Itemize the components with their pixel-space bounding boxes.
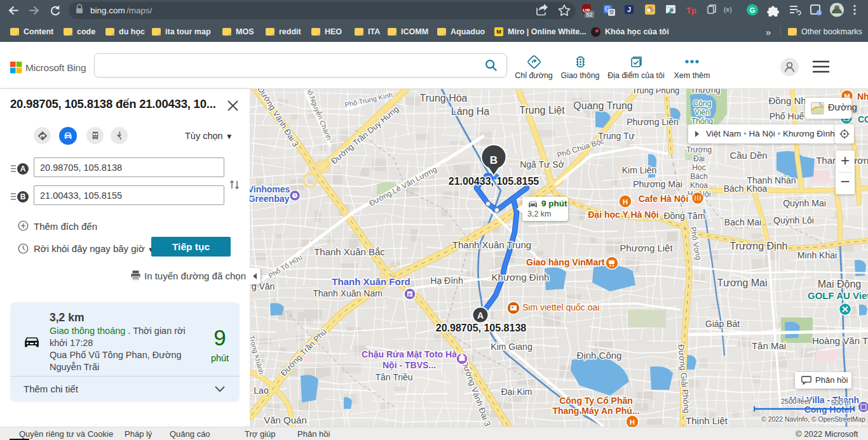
svg-text:Bách Khoa: Bách Khoa [724, 183, 768, 194]
svg-text:Lao: Lao [254, 385, 269, 396]
svg-text:Cafe Hà Nội: Cafe Hà Nội [639, 194, 689, 204]
svg-text:Trương Định: Trương Định [730, 241, 788, 251]
svg-text:Nha: Nha [857, 91, 868, 102]
svg-text:Ngã Tư Sở: Ngã Tư Sở [520, 159, 564, 170]
svg-text:CGV: CGV [858, 114, 868, 124]
svg-text:21.00433, 105.8155: 21.00433, 105.8155 [449, 176, 539, 187]
svg-text:Microsoft Bing: Microsoft Bing [25, 62, 86, 73]
svg-text:Đường Giải Phóng: Đường Giải Phóng [676, 344, 691, 414]
svg-text:Vinhomes: Vinhomes [250, 184, 290, 194]
svg-text:Quỳnh Mai: Quỳnh Mai [783, 198, 826, 208]
svg-text:(≡): (≡) [724, 6, 732, 13]
svg-text:Giao hàng VinMart+: Giao hàng VinMart+ [526, 257, 610, 267]
svg-text:Đại Kim: Đại Kim [501, 387, 532, 397]
svg-text:Đại học Y Hà Nội: Đại học Y Hà Nội [588, 210, 659, 220]
svg-text:Phương Liệt: Phương Liệt [620, 243, 673, 253]
svg-text:Công Ty Cổ Phần: Công Ty Cổ Phần [559, 396, 633, 406]
svg-text:Phương Mai: Phương Mai [633, 179, 682, 189]
svg-text:Greenbay: Greenbay [250, 194, 290, 204]
svg-text:Khoa: Khoa [690, 181, 708, 190]
svg-text:Nội - TBVS...: Nội - TBVS... [383, 360, 436, 370]
svg-text:Mai Động: Mai Động [818, 279, 861, 290]
svg-text:Láng Hạ: Láng Hạ [451, 106, 490, 117]
svg-text:Bạch Mai: Bạch Mai [724, 217, 761, 227]
svg-text:Định Công: Định Công [577, 350, 622, 361]
svg-text:Thanh Xuân Trung: Thanh Xuân Trung [452, 239, 531, 250]
svg-text:Chậu Rửa Mặt Toto Hà: Chậu Rửa Mặt Toto Hà [362, 349, 457, 359]
svg-text:Trung Liệt: Trung Liệt [519, 105, 565, 116]
svg-text:Phương Liên: Phương Liên [627, 117, 679, 127]
svg-text:Thanh Xuân Nam: Thanh Xuân Nam [313, 288, 383, 298]
svg-text:Khương Đình: Khương Đình [492, 272, 550, 283]
svg-text:Trung Phụng: Trung Phụng [632, 89, 680, 95]
svg-text:Tân Mai: Tân Mai [752, 340, 786, 351]
svg-text:Phố Tố Hữu: Phố Tố Hữu [267, 253, 303, 280]
svg-text:P: P [408, 292, 412, 298]
svg-text:Sim viettel quốc oai: Sim viettel quốc oai [522, 302, 599, 312]
svg-text:Công: Công [693, 99, 712, 108]
svg-text:Hoàng Văn T: Hoàng Văn T [812, 335, 868, 346]
svg-text:Quỳnh Lôi: Quỳnh Lôi [773, 215, 814, 225]
svg-text:GOLF AU Vietna: GOLF AU Vietna [808, 290, 868, 301]
svg-text:52: 52 [586, 11, 592, 18]
svg-text:J: J [627, 6, 631, 13]
svg-text:H: H [623, 198, 628, 206]
svg-text:Thịnh Liệt: Thịnh Liệt [686, 415, 728, 426]
svg-text:20.98705, 105.8138: 20.98705, 105.8138 [436, 323, 526, 333]
svg-text:Trường: Trường [686, 145, 712, 154]
svg-text:Kim Liên: Kim Liên [622, 165, 656, 175]
svg-text:Giáp Bát: Giáp Bát [705, 319, 740, 329]
svg-text:Phố Huế: Phố Huế [770, 111, 804, 121]
svg-text:Bách: Bách [690, 172, 707, 181]
svg-text:Thanh Xuân Bắc: Thanh Xuân Bắc [314, 246, 385, 257]
svg-text:G: G [750, 6, 756, 14]
svg-text:Tân Triều: Tân Triều [375, 372, 412, 382]
svg-text:H: H [630, 418, 635, 426]
svg-text:/maps/: /maps/ [126, 6, 153, 15]
svg-text:Thang Máy An Phú...: Thang Máy An Phú... [552, 406, 639, 416]
svg-text:Văn Quán: Văn Quán [264, 415, 307, 425]
svg-text:Trung Hòa: Trung Hòa [420, 93, 468, 103]
svg-text:Hạ Đình: Hạ Đình [430, 276, 463, 286]
svg-text:Thanh Xuân Ford: Thanh Xuân Ford [332, 276, 410, 287]
svg-text:B: B [490, 154, 498, 166]
svg-text:Tp: Tp [686, 6, 696, 15]
svg-text:Đồng Tâm: Đồng Tâm [663, 211, 705, 221]
svg-text:Quang Trung: Quang Trung [573, 100, 632, 111]
svg-text:Thượng: Thượng [691, 89, 721, 95]
svg-text:A: A [477, 310, 484, 321]
svg-text:Đại: Đại [693, 154, 705, 163]
svg-text:Học: Học [692, 163, 705, 172]
svg-text:Kim Giang: Kim Giang [491, 342, 532, 352]
svg-text:Đồng Nh: Đồng Nh [768, 95, 806, 106]
svg-text:Tương Mai: Tương Mai [717, 277, 768, 288]
svg-text:Minh Khai: Minh Khai [797, 250, 837, 260]
svg-text:Viên: Viên [695, 108, 710, 117]
svg-text:bing.com: bing.com [90, 6, 125, 15]
svg-text:Cầu Dền: Cầu Dền [729, 150, 767, 161]
